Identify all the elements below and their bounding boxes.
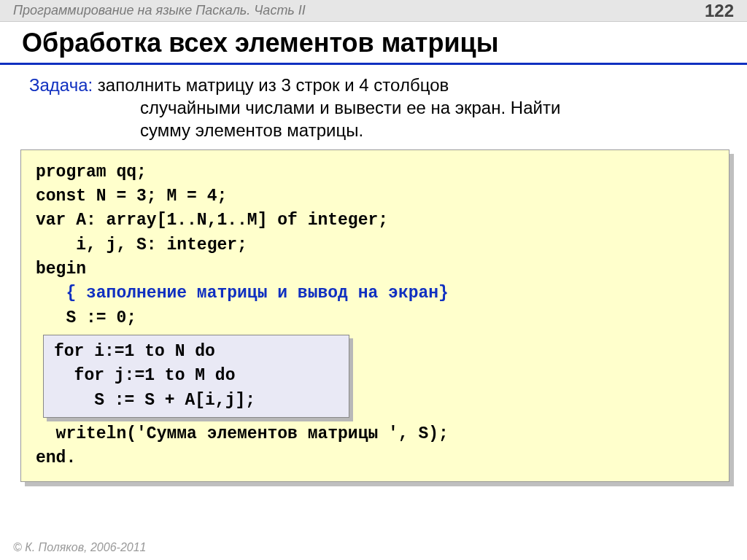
inner-code-box: for i:=1 to N do for j:=1 to M do S := S… (43, 335, 349, 418)
page-number: 122 (705, 1, 734, 21)
code-line-9: end. (36, 446, 714, 470)
title-underline (0, 63, 747, 65)
footer-copyright: © К. Поляков, 2006-2011 (13, 541, 146, 554)
code-line-1: program qq; (36, 160, 714, 184)
inner-line-3: S := S + A[i,j]; (54, 389, 338, 413)
code-line-8: writeln('Сумма элементов матрицы ', S); (36, 422, 714, 446)
task-line1: заполнить матрицу из 3 строк и 4 столбцо… (93, 75, 449, 95)
task-label: Задача: (29, 75, 93, 95)
task-line3: сумму элементов матрицы. (29, 119, 718, 141)
slide: Программирование на языке Паскаль. Часть… (0, 0, 747, 560)
code-line-5: begin (36, 257, 714, 281)
code-container: program qq; const N = 3; M = 4; var A: a… (20, 149, 729, 482)
code-line-2: const N = 3; M = 4; (36, 184, 714, 209)
code-line-comment: { заполнение матрицы и вывод на экран} (36, 281, 714, 306)
code-line-7: S := 0; (36, 306, 714, 330)
code-box: program qq; const N = 3; M = 4; var A: a… (20, 149, 729, 482)
inner-code-container: for i:=1 to N do for j:=1 to M do S := S… (43, 335, 349, 418)
header-bar: Программирование на языке Паскаль. Часть… (0, 0, 747, 22)
page-title: Обработка всех элементов матрицы (0, 22, 747, 63)
code-line-3: var A: array[1..N,1..M] of integer; (36, 209, 714, 233)
task-block: Задача: заполнить матрицу из 3 строк и 4… (0, 71, 747, 149)
code-line-4: i, j, S: integer; (36, 233, 714, 257)
course-title: Программирование на языке Паскаль. Часть… (13, 3, 306, 18)
inner-line-2: for j:=1 to M do (54, 364, 338, 388)
inner-line-1: for i:=1 to N do (54, 340, 338, 364)
task-line2: случайными числами и вывести ее на экран… (29, 96, 718, 119)
